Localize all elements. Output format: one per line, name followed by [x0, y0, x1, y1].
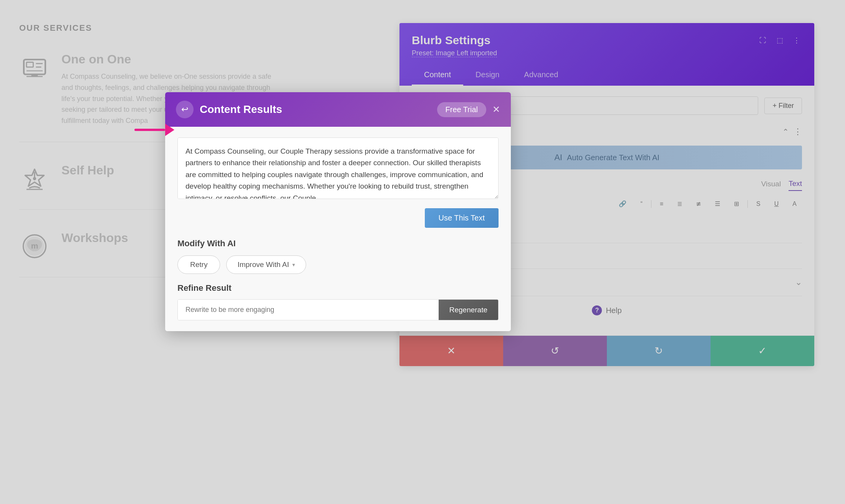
refine-section: Refine Result Regenerate	[177, 283, 499, 320]
improve-label: Improve With AI	[237, 260, 289, 269]
refine-input-row: Regenerate	[177, 299, 499, 320]
modal-header-right: Free Trial ✕	[437, 102, 500, 117]
modal-header-left: ↩ Content Results	[176, 101, 282, 118]
result-text-area[interactable]	[177, 138, 499, 199]
content-results-modal: ↩ Content Results Free Trial ✕ Use This …	[165, 92, 511, 331]
modal-header: ↩ Content Results Free Trial ✕	[165, 92, 511, 127]
improve-chevron-icon: ▾	[292, 262, 295, 268]
modify-section: Modify With AI Retry Improve With AI ▾	[177, 239, 499, 274]
use-this-text-button[interactable]: Use This Text	[425, 208, 499, 228]
modal-body: Use This Text Modify With AI Retry Impro…	[165, 127, 511, 331]
regenerate-button[interactable]: Regenerate	[439, 300, 498, 320]
improve-with-ai-button[interactable]: Improve With AI ▾	[226, 255, 306, 274]
modify-buttons: Retry Improve With AI ▾	[177, 255, 499, 274]
arrow-pointer	[134, 124, 174, 136]
refine-title: Refine Result	[177, 283, 499, 293]
refine-input-field[interactable]	[178, 300, 439, 320]
modify-title: Modify With AI	[177, 239, 499, 249]
modal-close-button[interactable]: ✕	[492, 104, 500, 115]
arrow-shaft	[134, 129, 165, 131]
free-trial-badge: Free Trial	[437, 102, 486, 117]
modal-back-button[interactable]: ↩	[176, 101, 194, 118]
retry-button[interactable]: Retry	[177, 255, 220, 274]
modal-title: Content Results	[200, 103, 282, 116]
arrow-head	[165, 124, 174, 136]
